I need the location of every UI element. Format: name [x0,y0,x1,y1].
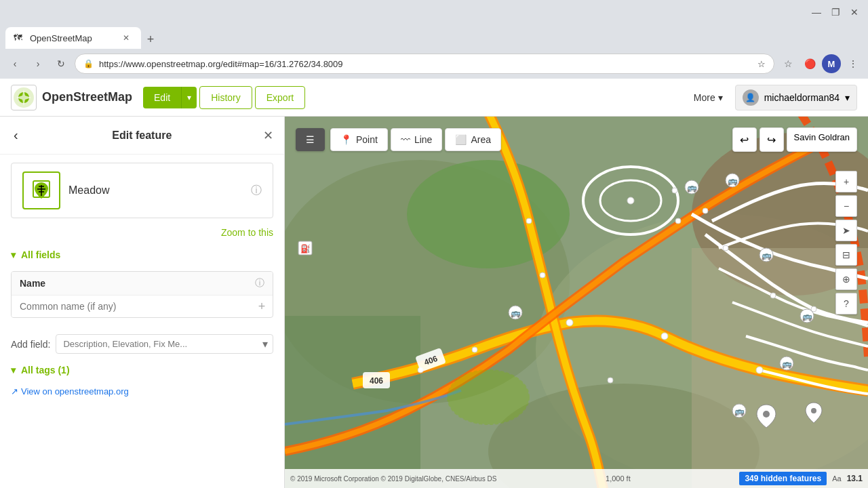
user-chevron-icon: ▾ [845,92,850,103]
new-tab-button[interactable]: + [141,30,160,49]
export-button[interactable]: Export [255,86,305,109]
security-icon: 🔒 [83,59,94,68]
extensions-button[interactable]: 🔴 [800,54,819,73]
view-on-osm-link[interactable]: ↗ View on openstreetmap.org [0,381,284,402]
more-label: More [694,92,715,103]
profile-button[interactable]: M [822,54,841,73]
maximize-button[interactable]: ❐ [827,4,844,20]
osm-logo-icon [11,85,37,110]
edit-button[interactable]: Edit [143,87,182,108]
more-button[interactable]: More ▾ [687,88,730,107]
svg-point-14 [661,333,668,340]
sidebar-title: Edit feature [21,129,263,142]
feature-info-button[interactable]: ⓘ [251,184,262,198]
map-svg: 🚌 🚌 🚌 🚌 🚌 [285,117,868,488]
window-controls: — ❐ ✕ [808,4,863,20]
refresh-button[interactable]: ↻ [52,54,71,73]
osm-logo-text: OpenStreetMap [42,90,132,104]
line-tool-button[interactable]: 〰 Line [391,128,442,151]
bookmark-button[interactable]: ☆ [778,54,797,73]
point-label: Point [356,134,378,145]
view-link-label: View on openstreetmap.org [21,386,129,396]
layers-button[interactable]: ⊟ [835,244,857,266]
close-button[interactable]: ✕ [846,4,863,20]
fields-section: Name ⓘ + [0,266,284,329]
menu-button[interactable]: ⋮ [844,54,863,73]
redo-button[interactable]: ↪ [760,127,784,152]
user-menu-button[interactable]: 👤 michaeldorman84 ▾ [735,85,857,110]
browser-actions: ☆ 🔴 M ⋮ [778,54,863,73]
svg-point-44 [763,411,770,418]
url-text: https://www.openstreetmap.org/edit#map=1… [99,59,752,69]
add-field-wrapper: Description, Elevation, Fix Me... [56,334,273,354]
name-field-input[interactable] [12,296,251,317]
all-fields-chevron-icon: ▾ [11,249,16,260]
point-tool-button[interactable]: 📍 Point [330,128,388,151]
name-field-info-button[interactable]: ⓘ [255,277,264,289]
url-bar[interactable]: 🔒 https://www.openstreetmap.org/edit#map… [75,54,774,74]
svg-point-24 [675,218,681,224]
edit-dropdown-button[interactable]: ▾ [182,87,197,108]
all-tags-label: All tags (1) [21,365,70,375]
tab-close-button[interactable]: ✕ [119,31,133,45]
back-button[interactable]: ‹ [5,54,24,73]
history-button[interactable]: History [199,86,252,109]
browser-chrome: — ❐ ✕ 🗺 OpenStreetMap ✕ + ‹ › ↻ 🔒 https:… [0,0,868,79]
zoom-out-button[interactable]: − [835,195,857,217]
all-fields-header[interactable]: ▾ All fields [0,244,284,266]
svg-point-15 [756,367,763,373]
map-tool-group: 📍 Point 〰 Line ⬜ Area [330,128,501,151]
svg-text:🚌: 🚌 [782,359,792,369]
sidebar-icon: ☰ [306,134,315,145]
svg-point-19 [770,293,776,298]
name-field-add-button[interactable]: + [251,296,273,317]
minimize-button[interactable]: — [808,4,825,20]
svg-point-18 [723,245,728,251]
svg-text:🚌: 🚌 [802,311,812,321]
sidebar-header: ‹ Edit feature ✕ [0,117,284,155]
add-field-select[interactable]: Description, Elevation, Fix Me... [56,334,273,354]
hidden-features-badge[interactable]: 349 hidden features [739,472,827,485]
line-label: Line [414,134,432,145]
zoom-to-this-link[interactable]: Zoom to this [221,227,273,238]
compass-button[interactable]: ➤ [835,220,857,241]
svg-point-50 [448,370,529,424]
osm-main: ‹ Edit feature ✕ Meadow ⓘ Zoom to thi [0,117,868,488]
osm-header: OpenStreetMap Edit ▾ History Export More… [0,79,868,117]
help-button[interactable]: ? [835,293,857,314]
tab-bar: 🗺 OpenStreetMap ✕ + [0,24,868,49]
feature-name: Meadow [68,184,243,197]
map-attribution: © 2019 Microsoft Corporation © 2019 Digi… [290,475,496,483]
user-tooltip: Savin Goldran [787,127,857,152]
map-right-controls: + − ➤ ⊟ ⊕ ? [835,171,857,314]
svg-point-26 [472,347,477,352]
title-bar: — ❐ ✕ [0,0,868,24]
all-fields-label: All fields [21,249,60,260]
point-icon: 📍 [340,134,352,145]
area-tool-button[interactable]: ⬜ Area [445,128,501,151]
zoom-in-button[interactable]: + [835,171,857,192]
close-sidebar-button[interactable]: ✕ [263,128,273,143]
add-field-row: Add field: Description, Elevation, Fix M… [0,329,284,359]
zoom-level: 13.1 [847,474,863,483]
gps-button[interactable]: ⊕ [835,268,857,290]
forward-button[interactable]: › [28,54,47,73]
svg-text:🚌: 🚌 [734,406,745,416]
active-tab[interactable]: 🗺 OpenStreetMap ✕ [5,27,141,49]
name-field-header: Name ⓘ [12,272,273,296]
svg-point-23 [672,188,677,193]
svg-text:406: 406 [370,376,383,386]
address-bar: ‹ › ↻ 🔒 https://www.openstreetmap.org/ed… [0,49,868,79]
line-icon: 〰 [401,134,410,145]
sidebar: ‹ Edit feature ✕ Meadow ⓘ Zoom to thi [0,117,285,488]
scale-label: 1,000 ft [606,474,631,483]
external-link-icon: ↗ [11,386,18,396]
all-tags-header[interactable]: ▾ All tags (1) [11,362,273,378]
svg-point-7 [407,160,570,268]
back-button[interactable]: ‹ [11,125,21,146]
map-area[interactable]: 🚌 🚌 🚌 🚌 🚌 [285,117,868,488]
sidebar-toggle-button[interactable]: ☰ [296,128,325,151]
osm-nav: Edit ▾ History Export [143,86,305,109]
undo-button[interactable]: ↩ [732,127,757,152]
zoom-to-this-container: Zoom to this [0,226,284,244]
